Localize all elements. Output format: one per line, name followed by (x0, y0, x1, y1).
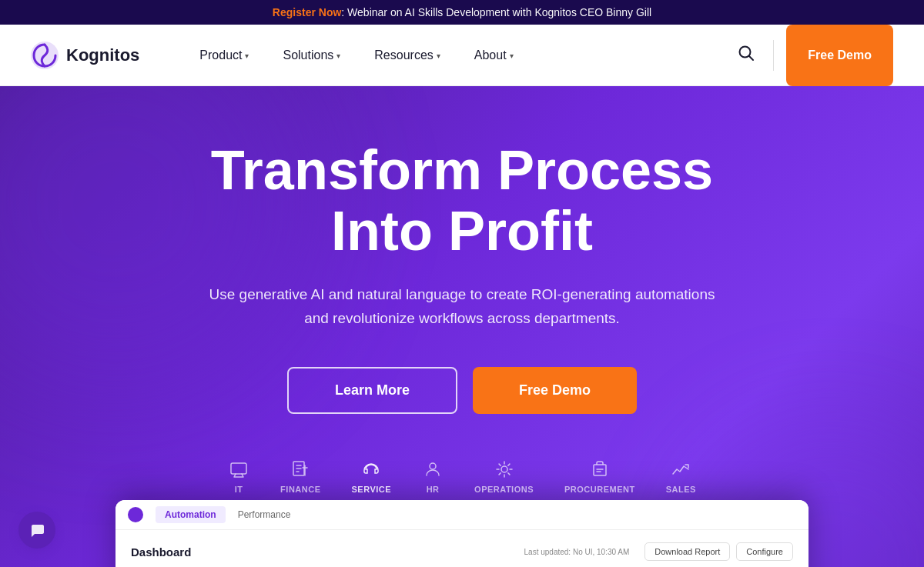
hero-subtitle: Use generative AI and natural language t… (200, 283, 724, 330)
hero-buttons: Learn More Free Demo (287, 367, 637, 414)
operations-icon (494, 459, 515, 480)
kognitos-logo-icon (31, 42, 59, 69)
dept-label-service: SERVICE (352, 485, 392, 494)
dash-title: Dashboard (131, 545, 191, 559)
nav-item-product[interactable]: Product ▾ (186, 42, 263, 68)
top-banner: Register Now: Webinar on AI Skills Devel… (0, 0, 924, 25)
chat-icon (28, 522, 45, 539)
download-report-button[interactable]: Download Report (644, 542, 730, 561)
search-button[interactable] (732, 38, 761, 72)
dept-tab-sales[interactable]: SALES (651, 452, 711, 500)
svg-rect-2 (231, 463, 246, 474)
free-demo-wrapper: Free Demo (786, 25, 893, 86)
free-demo-button-hero[interactable]: Free Demo (473, 367, 637, 414)
sales-icon (670, 459, 691, 480)
navbar-actions: Free Demo (732, 25, 893, 86)
last-updated-text: Last updated: No UI, 10:30 AM (515, 542, 639, 561)
configure-button[interactable]: Configure (736, 542, 793, 561)
hero-dashboard: IT FINANCE SERVICE HR OPERATIONS PROCURE… (116, 452, 808, 567)
resources-chevron-icon: ▾ (437, 52, 440, 60)
banner-text: : Webinar on AI Skills Development with … (341, 6, 651, 18)
dept-label-hr: HR (427, 485, 440, 494)
hero-section: Transform Process Into Profit Use genera… (0, 86, 924, 567)
dept-tab-hr[interactable]: HR (407, 452, 459, 500)
svg-point-4 (430, 463, 436, 469)
nav-divider (773, 40, 774, 71)
svg-rect-6 (594, 465, 606, 475)
nav-item-solutions[interactable]: Solutions ▾ (269, 42, 354, 68)
procurement-icon (589, 459, 611, 480)
dash-tab-performance[interactable]: Performance (229, 506, 300, 523)
dept-tab-it[interactable]: IT (213, 452, 265, 500)
navbar: Kognitos Product ▾ Solutions ▾ Resources… (0, 25, 924, 86)
dash-header-row: Dashboard Last updated: No UI, 10:30 AM … (131, 542, 793, 561)
dash-topbar: Automation Performance (116, 500, 808, 530)
dept-tab-operations[interactable]: OPERATIONS (459, 452, 549, 500)
service-icon (360, 459, 382, 480)
resources-label: Resources (374, 48, 433, 62)
navbar-nav: Product ▾ Solutions ▾ Resources ▾ About … (186, 42, 732, 68)
about-label: About (474, 48, 507, 62)
search-icon (738, 45, 755, 62)
logo-text: Kognitos (66, 45, 139, 65)
product-label: Product (199, 48, 242, 62)
nav-item-resources[interactable]: Resources ▾ (360, 42, 454, 68)
dept-label-finance: FINANCE (280, 485, 320, 494)
dashboard-mock: Automation Performance Dashboard Last up… (116, 500, 808, 567)
it-icon (228, 459, 249, 480)
dept-tab-procurement[interactable]: PROCUREMENT (549, 452, 651, 500)
dept-tab-service[interactable]: SERVICE (336, 452, 407, 500)
solutions-chevron-icon: ▾ (336, 52, 340, 60)
dash-logo-icon (128, 507, 143, 522)
about-chevron-icon: ▾ (510, 52, 514, 60)
svg-point-5 (501, 466, 507, 472)
hr-icon (422, 459, 444, 480)
dash-tab-automation[interactable]: Automation (156, 506, 226, 523)
logo[interactable]: Kognitos (31, 42, 139, 69)
dept-tab-finance[interactable]: FINANCE (265, 452, 336, 500)
learn-more-button[interactable]: Learn More (287, 367, 457, 414)
dash-content: Dashboard Last updated: No UI, 10:30 AM … (116, 530, 808, 567)
nav-item-about[interactable]: About ▾ (460, 42, 527, 68)
dept-label-it: IT (235, 485, 243, 494)
dept-label-procurement: PROCUREMENT (564, 485, 635, 494)
hero-title: Transform Process Into Profit (154, 140, 770, 262)
product-chevron-icon: ▾ (245, 52, 249, 60)
register-link[interactable]: Register Now (273, 6, 341, 18)
dept-tabs: IT FINANCE SERVICE HR OPERATIONS PROCURE… (116, 452, 808, 500)
dash-nav-tabs: Automation Performance (156, 506, 300, 523)
chat-support-button[interactable] (18, 512, 55, 549)
dept-label-operations: OPERATIONS (474, 485, 534, 494)
dash-actions: Last updated: No UI, 10:30 AM Download R… (515, 542, 793, 561)
free-demo-button-nav[interactable]: Free Demo (786, 25, 893, 86)
dept-label-sales: SALES (666, 485, 696, 494)
finance-icon (290, 459, 311, 480)
solutions-label: Solutions (283, 48, 333, 62)
